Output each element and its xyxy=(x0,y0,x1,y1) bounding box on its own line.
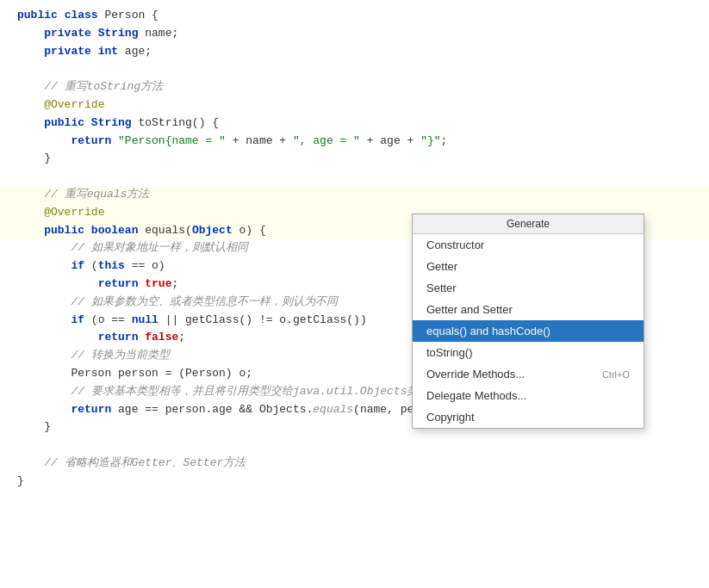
code-line: // 重写equals方法 xyxy=(0,186,709,204)
code-line: return "Person{name = " + name + ", age … xyxy=(0,133,709,151)
dropdown-item-label: Override Methods... xyxy=(426,368,525,381)
code-line: // 重写toString方法 xyxy=(0,78,709,96)
dropdown-item-label: Getter and Setter xyxy=(426,303,513,316)
code-line: // 省略构造器和Getter、Setter方法 xyxy=(0,455,709,473)
code-line xyxy=(0,168,709,186)
generate-dropdown[interactable]: Generate Constructor Getter Setter Gette… xyxy=(412,214,644,429)
dropdown-item-shortcut: Ctrl+O xyxy=(602,369,630,380)
code-line: @Override xyxy=(0,96,709,115)
dropdown-item-tostring[interactable]: toString() xyxy=(413,342,644,363)
code-editor: public class Person { private String nam… xyxy=(0,0,709,588)
dropdown-item-copyright[interactable]: Copyright xyxy=(413,406,644,428)
code-line: private int age; xyxy=(0,43,709,61)
dropdown-item-label: Setter xyxy=(426,282,457,294)
code-line: } xyxy=(0,150,709,168)
dropdown-item-override-methods[interactable]: Override Methods... Ctrl+O xyxy=(413,363,644,385)
code-line: public class Person { xyxy=(0,7,709,25)
dropdown-item-constructor[interactable]: Constructor xyxy=(413,234,644,256)
dropdown-item-label: toString() xyxy=(426,346,472,359)
code-line: private String name; xyxy=(0,25,709,43)
dropdown-item-label: Copyright xyxy=(426,411,475,424)
code-line xyxy=(0,60,709,78)
code-line: public String toString() { xyxy=(0,115,709,133)
dropdown-item-label: Getter xyxy=(426,260,457,273)
dropdown-item-getter[interactable]: Getter xyxy=(413,256,644,277)
dropdown-header: Generate xyxy=(413,214,644,234)
dropdown-item-getter-setter[interactable]: Getter and Setter xyxy=(413,299,644,320)
dropdown-item-equals-hashcode[interactable]: equals() and hashCode() xyxy=(413,320,644,342)
dropdown-item-label: Delegate Methods... xyxy=(426,389,526,402)
dropdown-item-setter[interactable]: Setter xyxy=(413,277,644,299)
dropdown-item-label: equals() and hashCode() xyxy=(426,325,550,337)
code-line xyxy=(0,436,709,455)
dropdown-item-label: Constructor xyxy=(426,238,484,251)
code-line: } xyxy=(0,473,709,491)
dropdown-item-delegate-methods[interactable]: Delegate Methods... xyxy=(413,385,644,406)
